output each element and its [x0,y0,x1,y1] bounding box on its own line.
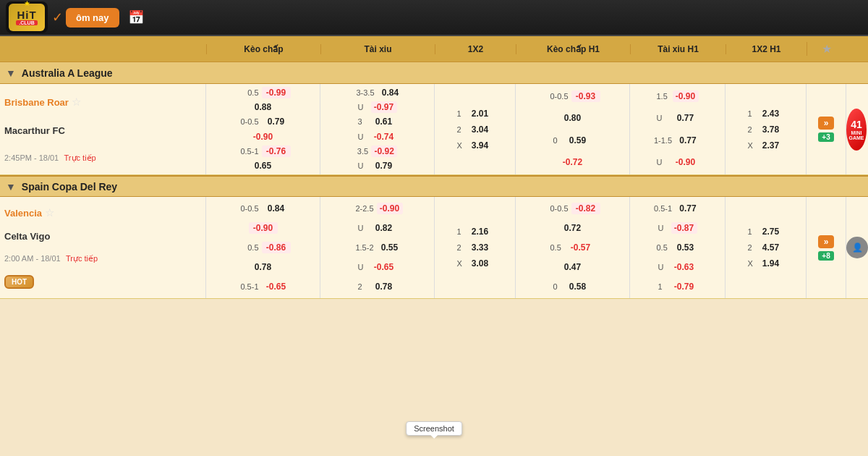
star-fav-1[interactable]: ☆ [72,96,81,109]
h2-r4[interactable]: 0.78 [249,262,278,272]
col-1x2: 1X2 [435,44,516,54]
screenshot-tooltip: Screenshot [406,421,462,436]
col-handicap: Kèo chấp [206,44,320,54]
column-headers: Kèo chấp Tài xiu 1X2 Kèo chấp H1 Tài xiu… [0,36,868,62]
ou1-r2[interactable]: -0.97 [371,101,397,113]
league-name-1: Australia A League [22,67,113,79]
hh2-r4[interactable]: 0.47 [558,262,587,272]
ou2-r2[interactable]: 0.82 [371,223,397,233]
right-icon-2[interactable]: 👤 [846,197,868,298]
hot-badge: HOT [4,275,34,289]
hh2-r3[interactable]: -0.57 [566,242,595,253]
ouh1-r2[interactable]: 0.77 [673,113,699,123]
col-ou: Tài xiu [320,44,435,54]
1x2-h1-1: 1 2.43 2 3.78 X 2.37 [726,84,807,174]
league-name-2: Spain Copa Del Rey [22,181,117,193]
today-tab[interactable]: ôm nay [66,8,119,28]
ou-h1-1: 1.5 -0.90 U 0.77 1-1.5 0.77 U -0.90 [630,84,726,174]
1x2h1-1-a[interactable]: 3.78 [758,124,784,135]
hh1-r2[interactable]: 0.80 [558,113,587,123]
ouh2-r5[interactable]: -0.79 [671,282,697,292]
1x2-2-d[interactable]: 3.08 [467,258,493,269]
h2-r1[interactable]: 0.84 [262,203,291,214]
hh1-r3[interactable]: 0.59 [563,135,592,145]
ou1-r5[interactable]: -0.92 [371,145,397,157]
ouh2-r2[interactable]: -0.87 [671,222,697,234]
h2-r3[interactable]: -0.86 [262,242,291,253]
away-team-1: Macarthur FC [4,125,65,136]
ou2-r1[interactable]: -0.90 [377,203,403,214]
live-badge-1: Trực tiếp [64,153,96,162]
1x2-2-h[interactable]: 2.16 [467,227,493,237]
h1-r6[interactable]: 0.65 [249,161,278,171]
match-row-2: Valencia ☆ Celta Vigo 2:00 AM - 18/01 Tr… [0,197,868,299]
ou2-r3[interactable]: 0.55 [377,242,403,253]
match-time-2: 2:00 AM - 18/01 [4,254,61,263]
h1-r1[interactable]: -0.99 [262,87,291,98]
h2-r2[interactable]: -0.90 [249,222,278,234]
h2-r5[interactable]: -0.65 [262,282,291,292]
col-1x2-h1: 1X2 H1 [726,44,807,54]
1x2h1-2-h[interactable]: 2.75 [758,227,784,237]
1x2-1-d[interactable]: 3.94 [467,140,493,151]
match-time-1: 2:45PM - 18/01 [4,153,59,162]
hh1-r1[interactable]: -0.93 [571,90,600,102]
league-row-2[interactable]: ▼ Spain Copa Del Rey [0,175,868,197]
league-chevron-1: ▼ [6,67,16,79]
hh2-r2[interactable]: 0.72 [558,223,587,233]
ou2-r5[interactable]: 0.78 [371,282,397,292]
main-content: Kèo chấp Tài xiu 1X2 Kèo chấp H1 Tài xiu… [0,36,868,456]
handicap-h1-2: 0-0.5 -0.82 0.72 0.5 -0.57 0.47 0 0.58 [516,197,630,298]
1x2-1-h[interactable]: 2.01 [467,109,493,119]
ou1-r3[interactable]: 0.61 [371,117,397,127]
ouh2-r3[interactable]: 0.53 [673,242,699,253]
1x2-2: 1 2.16 2 3.33 X 3.08 [435,197,516,298]
ou1-r6[interactable]: 0.79 [371,161,397,171]
league-row-1[interactable]: ▼ Australia A League [0,62,868,84]
h1-r4[interactable]: -0.90 [249,132,278,142]
1x2h1-1-h[interactable]: 2.43 [758,109,784,119]
col-star: ★ [807,42,846,56]
hh2-r1[interactable]: -0.82 [571,203,600,214]
more-action-1[interactable]: » +3 [807,84,846,174]
nav-check[interactable]: ✓ [52,9,63,25]
handicap-1: 0.5 -0.99 0.88 0-0.5 0.79 -0.90 0.5-1 -0… [206,84,320,174]
ou-h1-2: 0.5-1 0.77 U -0.87 0.5 0.53 U -0.63 1 [630,197,726,298]
home-team-1: Brisbane Roar [4,97,69,108]
1x2-2-a[interactable]: 3.33 [467,242,493,253]
hh2-r5[interactable]: 0.58 [563,282,592,292]
ouh2-r4[interactable]: -0.63 [671,262,697,272]
top-bar: HiT .CLUB ★ ✓ ôm nay 📅 [0,0,868,36]
ouh1-r3[interactable]: 0.77 [675,135,701,145]
today-label: ôm nay [76,12,109,23]
col-handicap-h1: Kèo chấp H1 [516,44,630,54]
h1-r3[interactable]: 0.79 [262,117,291,127]
more-action-2[interactable]: » +8 [807,197,846,298]
1x2h1-2-d[interactable]: 1.94 [758,258,784,269]
star-fav-2[interactable]: ☆ [45,206,54,219]
ou-2: 2-2.5 -0.90 U 0.82 1.5-2 0.55 U -0.65 2 [320,197,435,298]
1x2h1-2-a[interactable]: 4.57 [758,242,784,253]
ou1-r1[interactable]: 0.84 [378,88,404,98]
1x2-1: 1 2.01 2 3.04 X 3.94 [435,84,516,174]
league-chevron-2: ▼ [6,181,16,193]
handicap-2: 0-0.5 0.84 -0.90 0.5 -0.86 0.78 0.5-1 -0… [206,197,320,298]
ou2-r4[interactable]: -0.65 [371,262,397,272]
home-team-2: Valencia [4,208,42,219]
1x2-h1-2: 1 2.75 2 4.57 X 1.94 [726,197,807,298]
h1-r5[interactable]: -0.76 [262,145,291,157]
ouh1-r1[interactable]: -0.90 [673,90,699,102]
col-ou-h1: Tài xiu H1 [630,44,726,54]
logo[interactable]: HiT .CLUB ★ [6,1,48,33]
ouh2-r1[interactable]: 0.77 [675,203,701,214]
team-info-2: Valencia ☆ Celta Vigo 2:00 AM - 18/01 Tr… [0,197,206,298]
1x2-1-a[interactable]: 3.04 [467,124,493,135]
1x2h1-1-d[interactable]: 2.37 [758,140,784,151]
ouh1-r4[interactable]: -0.90 [673,157,699,167]
calendar-tab[interactable]: 📅 [119,5,153,30]
ou-1: 3-3.5 0.84 U -0.97 3 0.61 U -0.74 3.5 [320,84,435,174]
team-info-1: Brisbane Roar ☆ Macarthur FC 2:45PM - 18… [0,84,206,174]
handicap-h1-1: 0-0.5 -0.93 0.80 0 0.59 -0.72 [516,84,630,174]
hh1-r4[interactable]: -0.72 [558,157,587,167]
ou1-r4[interactable]: -0.74 [371,132,397,142]
